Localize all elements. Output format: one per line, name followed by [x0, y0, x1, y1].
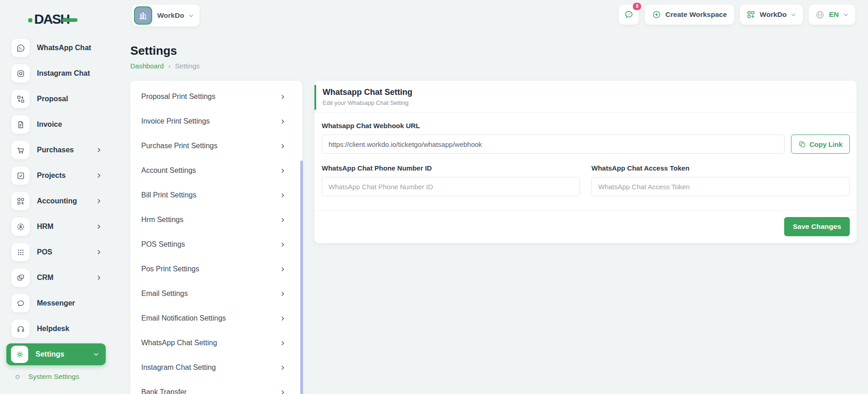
brand-logo[interactable]: DASH [0, 0, 109, 28]
settings-nav-item-bank-transfer[interactable]: Bank Transfer [130, 380, 302, 394]
create-workspace-label: Create Workspace [665, 10, 727, 19]
sidebar-item-label: WhatsApp Chat [37, 44, 91, 52]
sidebar: DASH WhatsApp Chat Instagram Chat Propos… [0, 0, 109, 394]
sidebar-item-invoice[interactable]: Invoice [0, 112, 109, 137]
whatsapp-chat-setting-card: Whatsapp Chat Setting Edit your Whatsapp… [314, 81, 857, 243]
gear-icon [11, 346, 28, 363]
settings-nav-item-bill-print[interactable]: Bill Print Settings [130, 183, 302, 207]
notification-badge: 0 [632, 2, 642, 11]
phone-number-label: WhatsApp Chat Phone Number ID [322, 164, 580, 172]
sidebar-item-messenger[interactable]: Messenger [0, 290, 109, 316]
workspace-name: WorkDo [157, 11, 184, 20]
settings-nav-item-whatsapp-chat[interactable]: WhatsApp Chat Setting [130, 331, 302, 355]
chevron-right-icon [280, 94, 286, 100]
settings-nav-item-hrm[interactable]: Hrm Settings [130, 207, 302, 232]
sidebar-item-label: Accounting [37, 197, 77, 205]
sidebar-item-whatsapp-chat[interactable]: WhatsApp Chat [0, 35, 109, 61]
sidebar-item-label: Proposal [37, 95, 68, 103]
chevron-right-icon [280, 168, 286, 174]
sidebar-nav: WhatsApp Chat Instagram Chat Proposal In… [0, 35, 109, 381]
settings-nav-label: WhatsApp Chat Setting [141, 339, 217, 347]
webhook-url-input[interactable] [322, 135, 785, 154]
cart-icon [11, 141, 30, 159]
messenger-icon [11, 294, 30, 312]
create-workspace-button[interactable]: Create Workspace [645, 5, 734, 25]
invoice-icon [11, 115, 30, 134]
access-token-input[interactable] [591, 177, 850, 196]
settings-nav-label: Email Notification Settings [141, 314, 226, 322]
copy-link-button[interactable]: Copy Link [791, 135, 850, 154]
settings-nav-item-pos-print[interactable]: Pos Print Settings [130, 257, 302, 281]
settings-nav-item-purchase-print[interactable]: Purchase Print Settings [130, 134, 302, 158]
sidebar-item-pos[interactable]: POS [0, 239, 109, 265]
webhook-url-label: Whatsapp Chat Webhook URL [322, 122, 850, 130]
settings-nav-label: Account Settings [141, 166, 196, 175]
access-token-field-group: WhatsApp Chat Access Token [591, 164, 850, 196]
copy-icon [798, 140, 806, 148]
language-code: EN [829, 10, 839, 19]
settings-nav-label: Purchase Print Settings [141, 142, 217, 150]
sidebar-item-accounting[interactable]: Accounting [0, 188, 109, 214]
breadcrumb-dashboard-link[interactable]: Dashboard [130, 62, 164, 70]
settings-nav-scrollbar[interactable] [300, 161, 303, 394]
sidebar-item-settings[interactable]: Settings [6, 343, 106, 365]
chevron-down-icon [188, 13, 194, 19]
phone-number-input[interactable] [322, 177, 580, 196]
settings-nav-label: Proposal Print Settings [141, 93, 216, 101]
submenu-item-label: System Settings [28, 373, 79, 381]
card-body: Whatsapp Chat Webhook URL Copy Link What… [314, 113, 857, 199]
settings-nav-item-pos[interactable]: POS Settings [130, 232, 302, 257]
chevron-down-icon [843, 12, 849, 18]
sidebar-item-label: Messenger [37, 299, 75, 307]
chevron-right-icon [280, 119, 286, 124]
card-accent-bar [314, 85, 316, 110]
settings-nav-item-account[interactable]: Account Settings [130, 158, 302, 183]
sidebar-item-crm[interactable]: CRM [0, 265, 109, 290]
chat-bubble-icon [624, 10, 634, 20]
bullet-circle-icon [15, 375, 20, 379]
sidebar-item-projects[interactable]: Projects [0, 163, 109, 188]
sidebar-item-purchases[interactable]: Purchases [0, 137, 109, 163]
sidebar-item-label: Projects [37, 171, 66, 180]
chevron-right-icon [96, 275, 102, 281]
sidebar-item-helpdesk[interactable]: Helpdesk [0, 316, 109, 342]
crm-cards-icon [11, 269, 30, 287]
sidebar-item-instagram-chat[interactable]: Instagram Chat [0, 61, 109, 86]
settings-nav-label: Invoice Print Settings [141, 117, 210, 125]
logo-dash-icon [62, 18, 77, 22]
sidebar-item-proposal[interactable]: Proposal [0, 86, 109, 112]
chevron-right-icon [96, 172, 102, 179]
topbar-actions: 0 Create Workspace WorkDo EN [619, 5, 855, 25]
workspace-selector[interactable]: WorkDo [132, 5, 200, 26]
chevron-right-icon [280, 192, 286, 198]
workspace-menu-button[interactable]: WorkDo [740, 5, 803, 25]
settings-nav-item-email[interactable]: Email Settings [130, 281, 302, 306]
chevron-right-icon [280, 217, 286, 223]
settings-nav-item-instagram-chat[interactable]: Instagram Chat Setting [130, 355, 302, 380]
messages-button[interactable]: 0 [619, 5, 639, 25]
plus-circle-icon [652, 10, 661, 19]
chevron-right-icon [96, 223, 102, 230]
settings-nav-label: Instagram Chat Setting [141, 363, 216, 372]
settings-nav-item-proposal-print[interactable]: Proposal Print Settings [130, 84, 302, 109]
sidebar-item-label: Invoice [37, 120, 62, 129]
sidebar-item-system-settings[interactable]: System Settings [0, 373, 109, 381]
sidebar-item-hrm[interactable]: HRM [0, 214, 109, 239]
language-selector[interactable]: EN [809, 5, 855, 25]
copy-link-label: Copy Link [809, 140, 842, 148]
sidebar-item-label: Instagram Chat [37, 69, 90, 78]
chevron-right-icon [96, 198, 102, 204]
sidebar-item-label: POS [37, 248, 52, 256]
chevron-right-icon [96, 147, 102, 153]
whatsapp-icon [11, 39, 30, 57]
settings-nav-item-invoice-print[interactable]: Invoice Print Settings [130, 109, 302, 134]
globe-icon [815, 10, 825, 20]
sidebar-item-label: HRM [37, 223, 53, 231]
save-changes-button[interactable]: Save Changes [784, 217, 850, 236]
settings-nav-label: Bill Print Settings [141, 191, 196, 199]
card-title: Whatsapp Chat Setting [323, 88, 847, 97]
breadcrumb-current: Settings [175, 62, 200, 70]
settings-nav-item-email-notification[interactable]: Email Notification Settings [130, 306, 302, 331]
settings-nav-label: Bank Transfer [141, 388, 187, 394]
chevron-right-icon [280, 340, 286, 346]
